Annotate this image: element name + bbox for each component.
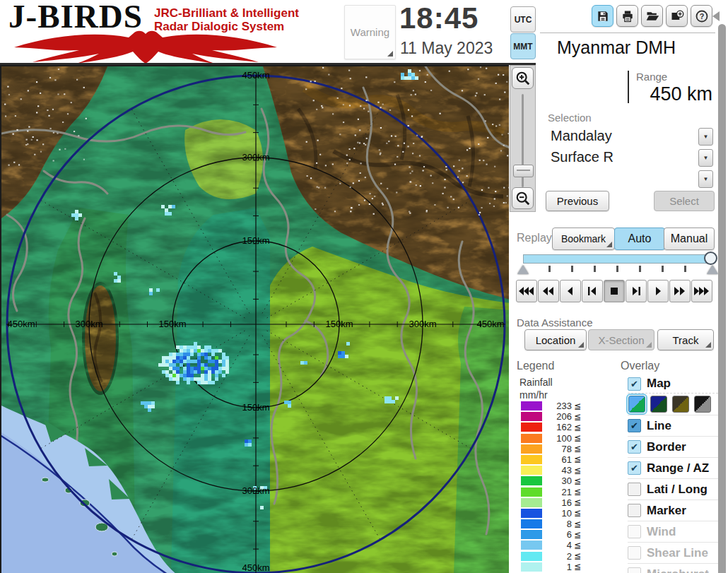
- ring-label: 150km: [158, 319, 186, 329]
- overlay-row-map[interactable]: ✔Map: [628, 374, 718, 393]
- overlay-row-marker[interactable]: Marker: [628, 500, 718, 521]
- help-button[interactable]: ?: [691, 5, 712, 27]
- magnifier-plus-icon: [515, 71, 531, 86]
- legend-swatch: [521, 444, 542, 454]
- map-style-4[interactable]: [694, 396, 711, 413]
- clock-time: 18:45: [399, 1, 479, 35]
- legend-row: 61≦: [519, 455, 597, 464]
- panel-scrollbar[interactable]: [718, 24, 726, 573]
- map-style-1[interactable]: [628, 396, 645, 413]
- range-label: Range: [636, 71, 667, 83]
- legend-row: 100≦: [519, 434, 597, 443]
- print-button[interactable]: [616, 5, 638, 27]
- zoom-control: [510, 65, 536, 212]
- overlay-options: ✔Map✔Line✔Border✔Range / AZLati / LongMa…: [628, 374, 718, 573]
- zoom-slider-handle[interactable]: [513, 165, 534, 177]
- dropdown-value: Mandalay: [551, 128, 612, 144]
- replay-slider-track[interactable]: [523, 254, 712, 264]
- previous-button[interactable]: Previous: [546, 191, 609, 211]
- lati-long-checkbox[interactable]: [628, 483, 641, 496]
- legend-value: 4: [542, 540, 572, 550]
- play-forward-icon: [650, 286, 666, 296]
- legend-unit-line1: Rainfall: [519, 377, 553, 388]
- overlay-row-lati-long[interactable]: Lati / Long: [628, 478, 718, 500]
- auto-button[interactable]: Auto: [614, 228, 665, 250]
- location-button[interactable]: Location: [524, 329, 587, 350]
- zoom-in-button[interactable]: [512, 67, 534, 89]
- less-equal-symbol: ≦: [574, 487, 581, 497]
- play-reverse-button[interactable]: [560, 280, 581, 302]
- stop-button[interactable]: [604, 280, 625, 302]
- add-image-button[interactable]: [666, 5, 688, 27]
- overlay-row-microburst[interactable]: Microburst: [628, 563, 718, 573]
- play-forward-button[interactable]: [647, 280, 669, 302]
- overlay-row-range-az[interactable]: ✔Range / AZ: [628, 457, 718, 478]
- shear-line-checkbox[interactable]: [628, 546, 641, 560]
- less-equal-symbol: ≦: [574, 433, 581, 443]
- range-divider: [628, 71, 629, 103]
- map-style-3[interactable]: [672, 396, 689, 413]
- overlay-item-label: Microburst: [647, 567, 709, 573]
- legend-swatch: [521, 476, 542, 485]
- legend-swatch: [521, 466, 542, 475]
- less-equal-symbol: ≦: [574, 454, 581, 464]
- overlay-row-shear-line[interactable]: Shear Line: [628, 542, 718, 563]
- slider-tick: [639, 266, 641, 272]
- data-assistance-buttons: LocationX-SectionTrack: [509, 329, 718, 349]
- track-button[interactable]: Track: [657, 329, 714, 350]
- x-section-button[interactable]: X-Section: [588, 329, 654, 350]
- map-style-2[interactable]: [650, 396, 667, 413]
- bookmark-button[interactable]: Bookmark: [552, 228, 615, 250]
- step-back-button[interactable]: [582, 280, 603, 302]
- line-checkbox[interactable]: ✔: [628, 419, 641, 432]
- select-button[interactable]: Select: [654, 191, 715, 211]
- legend-row: 162≦: [519, 423, 597, 432]
- warning-button[interactable]: Warning: [344, 5, 396, 59]
- slider-tick: [684, 266, 686, 272]
- collapse-panel-icon[interactable]: [712, 11, 720, 21]
- replay-slider-handle[interactable]: [704, 252, 717, 265]
- manual-button[interactable]: Manual: [664, 228, 715, 250]
- open-folder-button[interactable]: [641, 5, 663, 27]
- ring-label: 450km: [242, 562, 269, 573]
- save-button[interactable]: [592, 5, 613, 27]
- border-checkbox[interactable]: ✔: [628, 440, 641, 454]
- dropdown-arrow-button[interactable]: ▼: [698, 170, 713, 188]
- chevron-down-icon: ▼: [703, 134, 709, 140]
- overlay-row-wind[interactable]: Wind: [628, 521, 718, 542]
- marker-checkbox[interactable]: [628, 504, 641, 517]
- wind-checkbox[interactable]: [628, 525, 641, 538]
- overlay-item-label: Line: [647, 419, 671, 433]
- slider-ticks: [509, 266, 718, 273]
- map-checkbox[interactable]: ✔: [628, 377, 641, 391]
- legend-unit-line2: mm/hr: [519, 389, 548, 401]
- step-forward-button[interactable]: [626, 280, 647, 302]
- legend-row: 43≦: [519, 466, 597, 475]
- utc-button[interactable]: UTC: [510, 6, 536, 33]
- legend-swatch: [521, 562, 542, 572]
- range-az-checkbox[interactable]: ✔: [628, 461, 641, 475]
- less-equal-symbol: ≦: [574, 412, 581, 422]
- jump-end-button[interactable]: [691, 280, 712, 302]
- save-icon: [596, 9, 610, 23]
- ring-label: 150km: [325, 319, 353, 329]
- overlay-row-line[interactable]: ✔Line: [628, 415, 718, 436]
- legend-value: 10: [542, 508, 572, 519]
- microburst-checkbox[interactable]: [628, 567, 641, 573]
- legend-row: 4≦: [519, 540, 597, 550]
- dropdown-arrow-button[interactable]: ▼: [698, 149, 713, 167]
- radar-map[interactable]: 150km150km150km150km300km300km300km300km…: [0, 65, 509, 573]
- overlay-row-border[interactable]: ✔Border: [628, 436, 718, 457]
- mmt-button[interactable]: MMT: [510, 33, 536, 59]
- legend-swatch: [521, 540, 542, 550]
- fast-forward-button[interactable]: [669, 280, 691, 302]
- fast-rewind-button[interactable]: [538, 280, 559, 302]
- legend-swatch: [521, 488, 542, 497]
- zoom-out-button[interactable]: [512, 187, 534, 209]
- jump-start-button[interactable]: [516, 280, 537, 302]
- legend-swatch: [521, 530, 542, 539]
- legend-value: 2: [542, 551, 572, 562]
- dropdown-arrow-button[interactable]: ▼: [698, 128, 713, 146]
- legend-label: Legend: [517, 360, 554, 372]
- add-image-icon: [670, 9, 684, 23]
